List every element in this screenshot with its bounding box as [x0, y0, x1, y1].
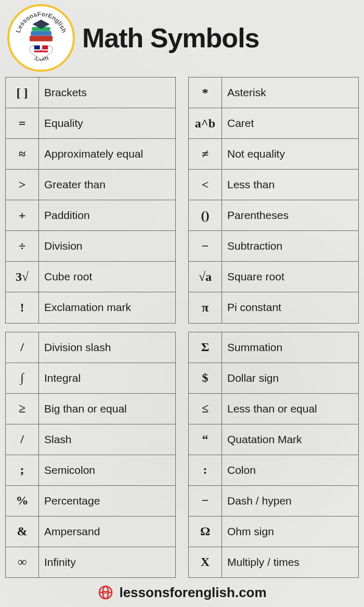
- table-row: ;Semicolon: [6, 455, 176, 485]
- symbols-table-0: [ ]Brackets=Equality≈Approximately equal…: [5, 77, 176, 324]
- symbol-cell: +: [6, 200, 39, 231]
- name-cell: Equality: [39, 108, 176, 139]
- table-row: =Equality: [6, 108, 176, 139]
- name-cell: Parentheses: [222, 200, 359, 231]
- table-row: ≤Less than or equal: [189, 393, 359, 424]
- name-cell: Division: [39, 231, 176, 262]
- symbol-cell: &: [6, 516, 39, 547]
- svg-rect-6: [39, 24, 44, 28]
- table-row: ÷Division: [6, 231, 176, 262]
- symbols-table-3: ΣSummation$Dollar sign≤Less than or equa…: [188, 332, 359, 578]
- svg-rect-2: [30, 36, 53, 42]
- footer: www lessonsforenglish.com: [5, 584, 359, 603]
- table-row: ∞Infinity: [6, 547, 176, 577]
- name-cell: Dash / hypen: [222, 485, 359, 516]
- name-cell: Multiply / times: [222, 547, 359, 577]
- symbol-cell: ≤: [189, 393, 222, 424]
- table-row: √aSquare root: [189, 262, 359, 292]
- symbol-cell: −: [189, 231, 222, 262]
- symbol-cell: :: [189, 455, 222, 485]
- table-row: −Subtraction: [189, 231, 359, 262]
- name-cell: Semicolon: [39, 455, 176, 485]
- name-cell: Slash: [39, 424, 176, 455]
- svg-rect-9: [34, 50, 48, 52]
- svg-rect-8: [42, 45, 48, 49]
- symbol-cell: a^b: [189, 108, 222, 139]
- symbol-cell: 3√: [6, 262, 39, 292]
- name-cell: Big than or equal: [39, 393, 176, 424]
- symbol-cell: /: [6, 424, 39, 455]
- name-cell: Exclamation mark: [39, 292, 176, 323]
- name-cell: Caret: [222, 108, 359, 139]
- table-row: !Exclamation mark: [6, 292, 176, 323]
- symbol-cell: !: [6, 292, 39, 323]
- table-row: &Ampersand: [6, 516, 176, 547]
- symbol-cell: *: [189, 78, 222, 108]
- table-row: $Dollar sign: [189, 363, 359, 393]
- page-title: Math Symbols: [82, 22, 259, 54]
- symbol-cell: ∞: [6, 547, 39, 577]
- table-row: −Dash / hypen: [189, 485, 359, 516]
- table-row: >Greater than: [6, 170, 176, 200]
- symbol-cell: ≥: [6, 393, 39, 424]
- symbol-cell: Σ: [189, 332, 222, 363]
- symbols-table-2: /Division slash∫Integral≥Big than or equ…: [5, 332, 176, 578]
- table-row: /Slash: [6, 424, 176, 455]
- table-row: “Quatation Mark: [189, 424, 359, 455]
- name-cell: Asterisk: [222, 78, 359, 108]
- name-cell: Infinity: [39, 547, 176, 577]
- footer-url: lessonsforenglish.com: [119, 585, 266, 601]
- table-row: /Division slash: [6, 332, 176, 363]
- name-cell: Ampersand: [39, 516, 176, 547]
- name-cell: Not equality: [222, 139, 359, 170]
- name-cell: Square root: [222, 262, 359, 292]
- table-row: ≠Not equality: [189, 139, 359, 170]
- svg-rect-3: [31, 31, 51, 36]
- table-row: *Asterisk: [189, 78, 359, 108]
- table-row: %Percentage: [6, 485, 176, 516]
- symbol-cell: π: [189, 292, 222, 323]
- name-cell: Ohm sign: [222, 516, 359, 547]
- symbol-cell: X: [189, 547, 222, 577]
- table-row: a^bCaret: [189, 108, 359, 139]
- table-row: 3√Cube root: [6, 262, 176, 292]
- symbol-cell: >: [6, 170, 39, 200]
- name-cell: Quatation Mark: [222, 424, 359, 455]
- symbol-cell: <: [189, 170, 222, 200]
- name-cell: Approximately equal: [39, 139, 176, 170]
- symbol-cell: =: [6, 108, 39, 139]
- svg-text:www: www: [103, 591, 108, 594]
- table-row: ∫Integral: [6, 363, 176, 393]
- symbol-cell: $: [189, 363, 222, 393]
- symbols-table-1: *Asteriska^bCaret≠Not equality<Less than…: [188, 77, 359, 324]
- header: LessonsForEnglish .Com Math Symbols: [5, 4, 359, 72]
- symbol-cell: ÷: [6, 231, 39, 262]
- symbol-cell: ≈: [6, 139, 39, 170]
- name-cell: Greater than: [39, 170, 176, 200]
- name-cell: Less than: [222, 170, 359, 200]
- table-row: :Colon: [189, 455, 359, 485]
- name-cell: Pi constant: [222, 292, 359, 323]
- table-row: <Less than: [189, 170, 359, 200]
- name-cell: Colon: [222, 455, 359, 485]
- symbol-cell: (): [189, 200, 222, 231]
- symbol-cell: ∫: [6, 363, 39, 393]
- name-cell: Integral: [39, 363, 176, 393]
- table-row: ≥Big than or equal: [6, 393, 176, 424]
- symbol-cell: ;: [6, 455, 39, 485]
- name-cell: Less than or equal: [222, 393, 359, 424]
- table-row: ()Parentheses: [189, 200, 359, 231]
- table-row: +Paddition: [6, 200, 176, 231]
- table-row: πPi constant: [189, 292, 359, 323]
- symbol-cell: √a: [189, 262, 222, 292]
- symbol-cell: “: [189, 424, 222, 455]
- symbol-cell: ≠: [189, 139, 222, 170]
- name-cell: Division slash: [39, 332, 176, 363]
- name-cell: Cube root: [39, 262, 176, 292]
- name-cell: Paddition: [39, 200, 176, 231]
- name-cell: Summation: [222, 332, 359, 363]
- symbol-cell: /: [6, 332, 39, 363]
- symbol-cell: Ω: [189, 516, 222, 547]
- name-cell: Brackets: [39, 78, 176, 108]
- globe-icon: www: [97, 584, 114, 601]
